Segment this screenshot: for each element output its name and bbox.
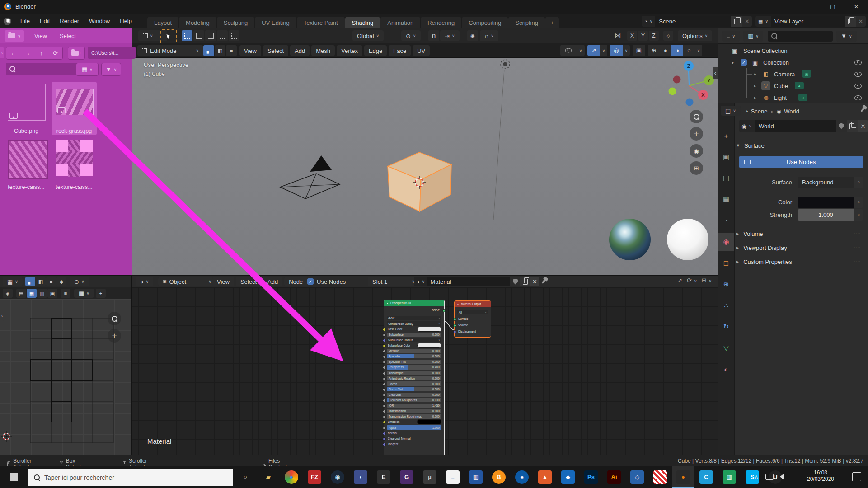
cursor-tool-button[interactable] [160, 29, 177, 44]
menu-help[interactable]: Help [115, 18, 137, 24]
menu-file[interactable]: File [15, 18, 35, 24]
outliner-filter-type-dropdown[interactable]: ▦∨ [743, 31, 763, 42]
fake-user-button[interactable] [836, 120, 847, 132]
scene-selector[interactable]: ◔∨ Scene ✕ [642, 16, 752, 27]
taskbar-icon-bitcoin[interactable]: B [488, 466, 510, 488]
scene-copy-button[interactable] [731, 16, 742, 27]
node-slider[interactable]: Anisotropic Rotation0.000 [387, 376, 441, 380]
taskbar-icon-app-red-grid[interactable] [649, 466, 671, 488]
taskbar-icon-gog[interactable]: G [395, 466, 418, 488]
snap-with-dropdown[interactable]: ⇥∨ [440, 30, 460, 41]
disclosure-triangle[interactable]: ▸ [754, 95, 756, 100]
view-layer-copy-button[interactable] [845, 16, 856, 27]
overlays-dropdown[interactable]: ∨ [623, 45, 630, 56]
outliner-row-collection[interactable]: ▾✓▣Collection [718, 56, 868, 68]
visibility-dropdown[interactable]: ∨ [577, 45, 585, 56]
viewport-menu-view[interactable]: View [239, 45, 261, 56]
checkbox-icon[interactable]: ✓ [741, 59, 747, 66]
tool-preset-4[interactable] [217, 30, 228, 41]
scene-unlink-button[interactable]: ✕ [742, 16, 752, 27]
input-socket[interactable] [383, 366, 386, 369]
taskbar-icon-epic-games[interactable]: E [372, 466, 395, 488]
app-menu-button[interactable] [4, 16, 15, 26]
node-row-sheen[interactable]: Sheen0.000 [387, 381, 441, 386]
node-row-transmission-roughness[interactable]: Transmission Roughness0.000 [387, 414, 441, 419]
new-folder-button[interactable]: + [68, 47, 85, 60]
uv-face-select-button[interactable]: ■ [46, 277, 56, 286]
input-socket[interactable] [453, 330, 456, 333]
color-animate-dot[interactable]: ○ [854, 197, 863, 208]
uv-editor-type-dropdown[interactable]: ▦∨ [3, 277, 23, 286]
shader-menu-node[interactable]: Node [284, 277, 307, 286]
taskbar-icon-app-green[interactable]: ▦ [718, 466, 741, 488]
notification-center-icon[interactable] [852, 472, 861, 481]
gizmo-toggle[interactable]: ↗ [587, 45, 600, 56]
node-row-displacement[interactable]: Displacement [457, 329, 488, 333]
taskbar-icon-calculator[interactable]: ▦ [464, 466, 487, 488]
shader-type-dropdown[interactable]: ▣ Object ∨ [158, 277, 216, 286]
input-socket[interactable] [383, 333, 386, 337]
node-row-ior[interactable]: IOR1.450 [387, 404, 441, 408]
copy-world-button[interactable] [847, 120, 858, 132]
uv-menu-button[interactable]: ≡ [61, 289, 70, 298]
strength-animate-dot[interactable]: ○ [854, 209, 863, 221]
surface-value-dropdown[interactable]: Background [798, 177, 854, 188]
disclosure-triangle[interactable]: ▾ [732, 60, 734, 65]
input-socket[interactable] [453, 324, 456, 327]
input-socket[interactable] [383, 427, 386, 430]
color-swatch[interactable] [798, 197, 854, 208]
outliner-display-mode-dropdown[interactable]: ≡∨ [722, 31, 740, 42]
node-slider[interactable]: Specular Tint0.000 [387, 360, 441, 364]
view-layer-selector[interactable]: ▦∨ View Layer ✕ [755, 16, 866, 27]
panel-volume[interactable]: ▶Volume:::: [736, 227, 865, 241]
uv-toolbar-expand-arrow[interactable]: › [0, 311, 4, 321]
input-socket[interactable] [383, 355, 386, 358]
browse-world-dropdown[interactable]: ◉∨ [739, 120, 755, 132]
outliner-row-light[interactable]: ▸◍Light○ [718, 92, 868, 103]
world-name-field[interactable]: World [759, 123, 774, 130]
node-slider[interactable]: Sheen0.000 [387, 381, 441, 386]
pivot-dropdown[interactable]: ⊙∨ [401, 30, 421, 41]
taskbar-icon-utorrent[interactable]: µ [418, 466, 441, 488]
input-socket[interactable] [383, 443, 386, 446]
node-slider[interactable]: Specular0.500 [387, 354, 441, 359]
shader-menu-add[interactable]: Add [263, 277, 282, 286]
menu-window[interactable]: Window [84, 18, 115, 24]
taskbar-icon-cortana[interactable]: ○ [234, 466, 257, 488]
uv-mode-button-4[interactable]: ▣ [47, 289, 57, 298]
color-swatch[interactable] [417, 327, 441, 332]
node-slider[interactable]: Anisotropic0.000 [387, 371, 441, 375]
unlink-material-button[interactable]: ✕ [530, 277, 539, 286]
tray-chevron[interactable]: ∧ [752, 472, 761, 481]
node-row-base-color[interactable]: Base Color [387, 327, 441, 331]
uv-edge-select-button[interactable]: ◧ [36, 277, 46, 286]
breadcrumb-world[interactable]: World [784, 108, 799, 115]
file-search-input[interactable] [6, 63, 79, 75]
properties-editor-type-dropdown[interactable]: ▤∨ [721, 106, 741, 116]
taskbar-icon-app-blue-diamond[interactable]: ◆ [557, 466, 579, 488]
node-slider[interactable]: Roughness0.400 [387, 365, 441, 370]
eye-icon[interactable] [854, 60, 862, 65]
input-socket[interactable] [383, 399, 386, 402]
input-socket[interactable] [453, 318, 456, 321]
back-button[interactable]: ← [6, 47, 21, 60]
uv-island-select-button[interactable]: ◆ [56, 277, 66, 286]
node-row-normal[interactable]: Normal [387, 431, 441, 435]
path-field[interactable]: C:\Users\t... [88, 47, 136, 59]
file-item[interactable]: ▲Cube.png [4, 82, 49, 135]
file-browser-menu-select[interactable]: Select [55, 33, 80, 39]
node-row-surface[interactable]: Surface [457, 316, 488, 321]
file-browser-menu-view[interactable]: View [30, 33, 52, 39]
taskbar-icon-app-blue[interactable]: ◇ [626, 466, 648, 488]
tool-preset-5[interactable] [229, 30, 239, 41]
perspective-toggle-button[interactable]: ⊞ [690, 161, 703, 175]
node-dropdown[interactable]: Subsurface Radius∨ [387, 338, 441, 342]
mirror-y-toggle[interactable]: Y [638, 31, 648, 41]
taskbar-icon-steam[interactable]: ◉ [326, 466, 349, 488]
file-item[interactable]: ▲rock-grass.jpg [52, 82, 97, 135]
viewport-menu-select[interactable]: Select [263, 45, 288, 56]
node-row-subsurface-color[interactable]: Subsurface Color [387, 343, 441, 348]
taskbar-icon-edge[interactable]: e [511, 466, 533, 488]
proportional-edit-toggle[interactable]: ◉ [467, 30, 478, 41]
principled-bsdf-node[interactable]: ▼Principled BSDF BSDF GGX∨Christensen-Bu… [384, 300, 445, 461]
